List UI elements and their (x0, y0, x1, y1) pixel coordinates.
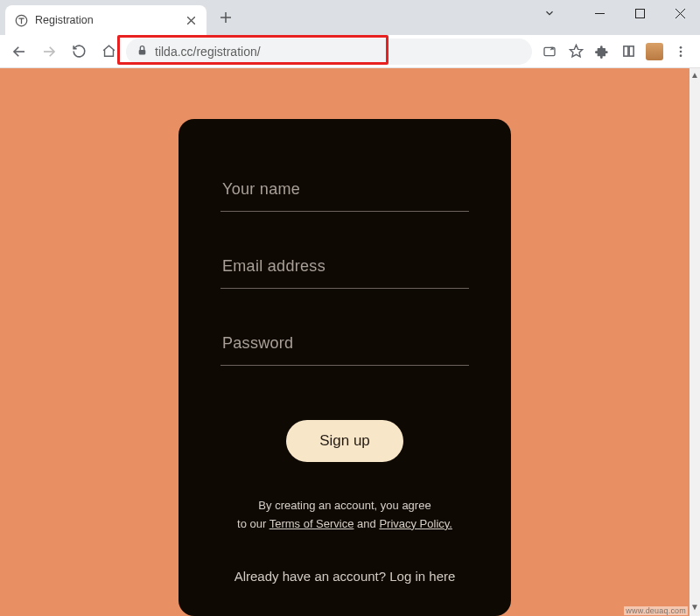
login-link[interactable]: Log in here (389, 569, 455, 584)
tab-close-button[interactable] (184, 13, 198, 27)
extensions-icon[interactable] (590, 39, 614, 64)
svg-rect-11 (139, 49, 146, 53)
scroll-up-arrow[interactable]: ▲ (690, 68, 700, 80)
svg-rect-1 (635, 9, 644, 18)
scrollbar-track[interactable] (690, 68, 700, 600)
privacy-link[interactable]: Privacy Policy. (379, 517, 452, 530)
new-tab-button[interactable] (214, 5, 238, 30)
menu-icon[interactable] (668, 39, 693, 64)
favicon-icon (14, 13, 28, 27)
name-field[interactable] (220, 172, 469, 212)
watermark: www.deuaq.com (624, 606, 688, 615)
page-viewport: Sign up By creating an account, you agre… (0, 68, 690, 616)
bookmark-star-icon[interactable] (564, 39, 588, 64)
reading-list-icon[interactable] (616, 39, 640, 64)
password-field[interactable] (220, 326, 469, 366)
legal-text: By creating an account, you agree to our… (220, 497, 469, 534)
browser-toolbar: tilda.cc/registration/ (0, 35, 700, 68)
svg-rect-15 (629, 46, 634, 56)
browser-tab[interactable]: Registration (5, 5, 206, 35)
registration-card: Sign up By creating an account, you agre… (178, 119, 511, 616)
scroll-down-arrow[interactable]: ▼ (690, 600, 700, 612)
window-close-button[interactable] (660, 0, 700, 26)
terms-link[interactable]: Terms of Service (270, 517, 354, 530)
signup-button[interactable]: Sign up (286, 420, 403, 462)
svg-point-18 (680, 54, 682, 57)
window-maximize-button[interactable] (620, 0, 660, 26)
share-icon[interactable] (537, 39, 562, 64)
svg-marker-13 (570, 45, 582, 56)
svg-point-16 (680, 46, 682, 49)
home-button[interactable] (96, 39, 121, 64)
svg-point-17 (680, 50, 682, 52)
address-bar[interactable]: tilda.cc/registration/ (126, 38, 532, 65)
url-text: tilda.cc/registration/ (155, 45, 261, 59)
reload-button[interactable] (66, 39, 91, 64)
forward-button[interactable] (37, 39, 61, 64)
lock-icon (136, 45, 148, 59)
profile-avatar[interactable] (642, 39, 667, 64)
window-dropdown-icon[interactable] (539, 5, 560, 21)
back-button[interactable] (7, 39, 32, 64)
email-field[interactable] (220, 248, 469, 289)
svg-rect-14 (623, 46, 627, 56)
login-prompt: Already have an account? Log in here (220, 569, 469, 584)
window-minimize-button[interactable] (579, 0, 620, 26)
tab-title: Registration (35, 14, 177, 26)
